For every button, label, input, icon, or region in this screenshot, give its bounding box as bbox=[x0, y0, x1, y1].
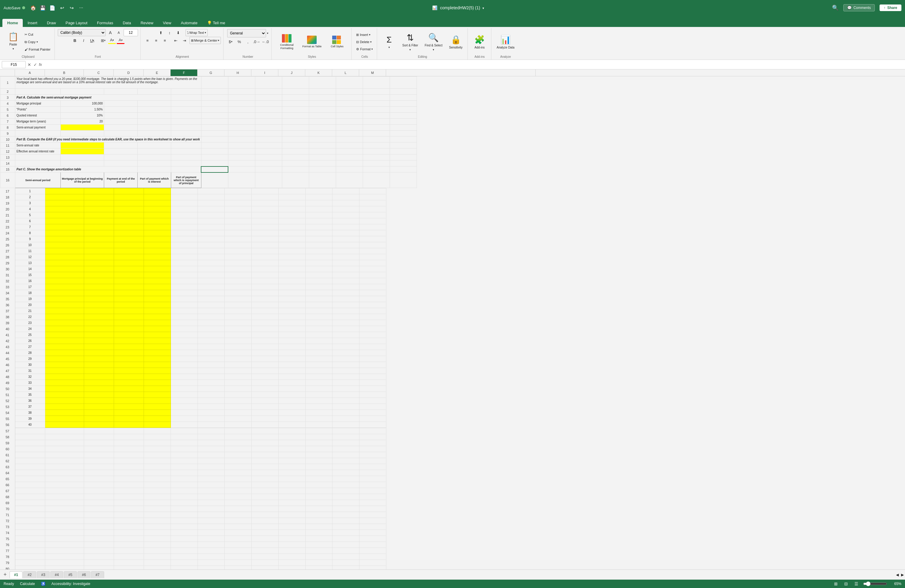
cell-i54[interactable] bbox=[251, 410, 278, 416]
cell-g74[interactable] bbox=[197, 530, 224, 536]
cell-h7[interactable] bbox=[255, 119, 282, 124]
cell-m43[interactable] bbox=[359, 344, 386, 350]
italic-button[interactable]: I bbox=[79, 37, 87, 44]
cell-b74[interactable] bbox=[45, 530, 84, 536]
cell-l72[interactable] bbox=[332, 518, 359, 524]
cell-b38[interactable] bbox=[45, 314, 84, 320]
cell-l16[interactable] bbox=[363, 172, 390, 188]
cell-h2[interactable] bbox=[255, 89, 282, 95]
align-center-button[interactable]: ≡ bbox=[152, 37, 160, 44]
cell-c18[interactable] bbox=[84, 194, 114, 200]
row-num-75[interactable]: 75 bbox=[0, 536, 15, 542]
cell-h49[interactable] bbox=[224, 380, 251, 386]
decrease-indent-button[interactable]: ⇤ bbox=[172, 37, 180, 44]
cell-k42[interactable] bbox=[305, 338, 332, 344]
cell-k32[interactable] bbox=[305, 278, 332, 284]
cell-f77[interactable] bbox=[171, 548, 197, 554]
cell-f76[interactable] bbox=[171, 542, 197, 548]
cell-h64[interactable] bbox=[224, 470, 251, 476]
row-num-37[interactable]: 37 bbox=[0, 308, 15, 314]
cell-m19[interactable] bbox=[359, 200, 386, 206]
tab-home[interactable]: Home bbox=[2, 19, 23, 27]
cell-k54[interactable] bbox=[305, 410, 332, 416]
cell-g77[interactable] bbox=[197, 548, 224, 554]
tab-view[interactable]: View bbox=[158, 19, 176, 27]
cell-m10[interactable] bbox=[390, 137, 417, 143]
cell-b43[interactable] bbox=[45, 344, 84, 350]
cell-h57[interactable] bbox=[224, 428, 251, 434]
cell-b73[interactable] bbox=[45, 524, 84, 530]
cell-c22[interactable] bbox=[84, 218, 114, 224]
cell-j46[interactable] bbox=[278, 362, 305, 368]
underline-button[interactable]: U ▾ bbox=[88, 37, 96, 44]
cell-b26[interactable] bbox=[45, 242, 84, 248]
col-header-rest[interactable] bbox=[386, 70, 536, 76]
cell-a6[interactable]: Quoted interest bbox=[15, 113, 61, 119]
cell-b41[interactable] bbox=[45, 332, 84, 338]
cell-i65[interactable] bbox=[251, 476, 278, 482]
cell-c73[interactable] bbox=[84, 524, 114, 530]
cell-e12[interactable] bbox=[171, 148, 202, 154]
cell-i4[interactable] bbox=[282, 100, 309, 106]
cell-m51[interactable] bbox=[359, 392, 386, 398]
cell-a22[interactable]: 6 bbox=[15, 218, 45, 224]
cell-i62[interactable] bbox=[251, 458, 278, 464]
cell-l3[interactable] bbox=[363, 95, 390, 100]
cell-c39[interactable] bbox=[84, 320, 114, 326]
cell-f37[interactable] bbox=[171, 308, 197, 314]
cell-a16-header[interactable]: Semi-annual period bbox=[15, 172, 61, 188]
cell-j54[interactable] bbox=[278, 410, 305, 416]
row-num-62[interactable]: 62 bbox=[0, 458, 15, 464]
cell-a30[interactable]: 14 bbox=[15, 266, 45, 272]
cell-e30[interactable] bbox=[144, 266, 171, 272]
cell-k49[interactable] bbox=[305, 380, 332, 386]
cell-k78[interactable] bbox=[305, 554, 332, 560]
cell-m2[interactable] bbox=[390, 89, 417, 95]
align-right-button[interactable]: ≡ bbox=[161, 37, 169, 44]
cell-i46[interactable] bbox=[251, 362, 278, 368]
cell-i78[interactable] bbox=[251, 554, 278, 560]
cell-i56[interactable] bbox=[251, 422, 278, 428]
cell-g52[interactable] bbox=[197, 398, 224, 404]
cell-f28[interactable] bbox=[171, 254, 197, 260]
cell-i70[interactable] bbox=[251, 506, 278, 512]
sheet-nav-right[interactable]: ▶ bbox=[901, 573, 904, 577]
cell-i26[interactable] bbox=[251, 242, 278, 248]
cell-k46[interactable] bbox=[305, 362, 332, 368]
cell-a24[interactable]: 8 bbox=[15, 230, 45, 236]
row-num-76[interactable]: 76 bbox=[0, 542, 15, 548]
cell-l59[interactable] bbox=[332, 440, 359, 446]
cell-l15[interactable] bbox=[363, 167, 390, 172]
cell-d60[interactable] bbox=[114, 446, 144, 452]
cell-b55[interactable] bbox=[45, 416, 84, 422]
cell-j7[interactable] bbox=[309, 119, 336, 124]
cell-k11[interactable] bbox=[336, 143, 363, 148]
cell-k21[interactable] bbox=[305, 212, 332, 218]
cell-c35[interactable] bbox=[84, 296, 114, 302]
cell-c26[interactable] bbox=[84, 242, 114, 248]
cell-d9[interactable] bbox=[138, 130, 171, 137]
cell-j33[interactable] bbox=[278, 284, 305, 290]
cell-i45[interactable] bbox=[251, 356, 278, 362]
cell-c13[interactable] bbox=[104, 154, 138, 161]
cell-c57[interactable] bbox=[84, 428, 114, 434]
row-num-38[interactable]: 38 bbox=[0, 314, 15, 320]
row-num-77[interactable]: 77 bbox=[0, 548, 15, 554]
cell-b35[interactable] bbox=[45, 296, 84, 302]
cell-k20[interactable] bbox=[305, 206, 332, 212]
cell-i79[interactable] bbox=[251, 560, 278, 566]
cell-g16[interactable] bbox=[228, 172, 255, 188]
cell-j72[interactable] bbox=[278, 518, 305, 524]
cell-f67[interactable] bbox=[171, 488, 197, 494]
cell-l6[interactable] bbox=[363, 113, 390, 119]
cell-f31[interactable] bbox=[171, 272, 197, 278]
cell-h46[interactable] bbox=[224, 362, 251, 368]
cell-k71[interactable] bbox=[305, 512, 332, 518]
cell-j53[interactable] bbox=[278, 404, 305, 410]
cell-c51[interactable] bbox=[84, 392, 114, 398]
cell-i71[interactable] bbox=[251, 512, 278, 518]
cell-d23[interactable] bbox=[114, 224, 144, 230]
cell-e47[interactable] bbox=[144, 368, 171, 374]
cell-k58[interactable] bbox=[305, 434, 332, 440]
cell-m57[interactable] bbox=[359, 428, 386, 434]
